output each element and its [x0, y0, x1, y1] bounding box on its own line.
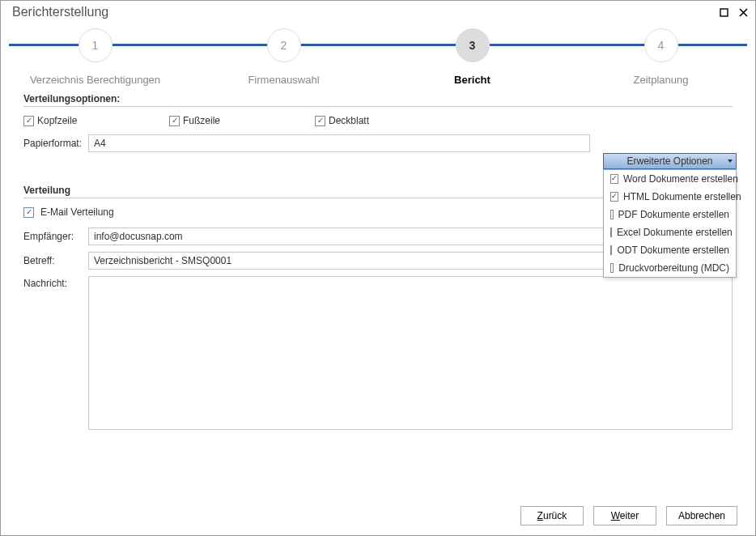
adv-item-mdc-checkbox[interactable]	[610, 263, 614, 273]
recipient-label: Empfänger:	[23, 231, 88, 242]
stepper-steps: 1 Verzeichnis Berechtigungen 2 Firmenaus…	[1, 28, 755, 86]
deckblatt-checkbox-group[interactable]: Deckblatt	[315, 115, 369, 126]
paperformat-input[interactable]	[88, 134, 590, 152]
adv-item-excel-label: Excel Dokumente erstellen	[617, 227, 733, 238]
window-title: Berichterstellung	[12, 5, 711, 19]
back-button[interactable]: Zurück	[520, 506, 584, 525]
step-1-circle: 1	[79, 28, 113, 62]
kopfzeile-checkbox[interactable]	[23, 116, 34, 126]
step-2-circle: 2	[267, 28, 301, 62]
adv-item-html-label: HTML Dokumente erstellen	[623, 191, 741, 202]
kopfzeile-checkbox-group[interactable]: Kopfzeile	[23, 115, 169, 126]
close-icon	[739, 8, 748, 17]
footer-buttons: Zurück Weiter Abbrechen	[520, 506, 737, 525]
adv-item-html[interactable]: HTML Dokumente erstellen	[604, 188, 736, 206]
deckblatt-label: Deckblatt	[329, 115, 369, 126]
titlebar: Berichterstellung	[1, 1, 755, 23]
adv-item-odt-checkbox[interactable]	[610, 245, 612, 255]
format-checkbox-row: Kopfzeile Fußzeile Deckblatt	[23, 115, 733, 126]
deckblatt-checkbox[interactable]	[315, 116, 325, 126]
dialog-window: Berichterstellung 1 Verzeichnis Berechti…	[0, 0, 756, 536]
step-4[interactable]: 4 Zeitplanung	[572, 28, 750, 86]
advanced-options-button-label: Erweiterte Optionen	[626, 155, 712, 167]
step-4-circle: 4	[644, 28, 678, 62]
adv-item-word-checkbox[interactable]	[610, 174, 618, 184]
adv-item-odt-label: ODT Dokumente erstellen	[617, 245, 729, 256]
caret-down-icon	[728, 160, 733, 163]
step-2-label: Firmenauswahl	[195, 74, 373, 86]
message-textarea[interactable]	[88, 276, 733, 430]
step-2[interactable]: 2 Firmenauswahl	[195, 28, 373, 86]
adv-item-word[interactable]: Word Dokumente erstellen	[604, 170, 736, 188]
step-1-label: Verzeichnis Berechtigungen	[6, 74, 185, 86]
email-checkbox[interactable]	[23, 207, 34, 218]
adv-item-pdf[interactable]: PDF Dokumente erstellen	[604, 206, 736, 223]
adv-item-mdc[interactable]: Druckvorbereitung (MDC)	[604, 259, 736, 277]
adv-item-excel[interactable]: Excel Dokumente erstellen	[604, 223, 736, 241]
kopfzeile-label: Kopfzeile	[37, 115, 77, 126]
step-3-circle: 3	[456, 28, 490, 62]
stepper: 1 Verzeichnis Berechtigungen 2 Firmenaus…	[1, 28, 755, 82]
close-button[interactable]	[736, 5, 750, 19]
paperformat-row: Papierformat:	[23, 134, 733, 152]
fusszeile-checkbox-group[interactable]: Fußzeile	[169, 115, 315, 126]
step-3[interactable]: 3 Bericht	[384, 28, 562, 86]
adv-item-html-checkbox[interactable]	[610, 192, 618, 202]
advanced-options-menu: Word Dokumente erstellen HTML Dokumente …	[603, 169, 737, 278]
distribution-options-header: Verteilungsoptionen:	[23, 93, 733, 107]
adv-item-excel-checkbox[interactable]	[610, 228, 612, 237]
step-3-label: Bericht	[384, 74, 562, 86]
maximize-icon	[720, 8, 728, 17]
step-4-label: Zeitplanung	[572, 74, 750, 86]
svg-rect-0	[720, 9, 728, 16]
fusszeile-label: Fußzeile	[183, 115, 220, 126]
step-1[interactable]: 1 Verzeichnis Berechtigungen	[6, 28, 185, 86]
message-row: Nachricht:	[23, 276, 733, 430]
advanced-options-button[interactable]: Erweiterte Optionen	[603, 153, 737, 169]
next-button[interactable]: Weiter	[593, 506, 656, 525]
adv-item-word-label: Word Dokumente erstellen	[623, 173, 738, 185]
fusszeile-checkbox[interactable]	[169, 116, 180, 126]
maximize-button[interactable]	[716, 5, 731, 19]
adv-item-odt[interactable]: ODT Dokumente erstellen	[604, 241, 736, 259]
message-label: Nachricht:	[23, 276, 88, 289]
advanced-options-container: Erweiterte Optionen Word Dokumente erste…	[603, 153, 737, 278]
adv-item-pdf-checkbox[interactable]	[610, 210, 614, 219]
email-checkbox-label: E-Mail Verteilung	[40, 206, 114, 218]
adv-item-mdc-label: Druckvorbereitung (MDC)	[618, 262, 729, 274]
paperformat-label: Papierformat:	[23, 138, 88, 149]
subject-label: Betreff:	[23, 255, 88, 266]
cancel-button[interactable]: Abbrechen	[666, 506, 737, 525]
adv-item-pdf-label: PDF Dokumente erstellen	[618, 209, 729, 220]
